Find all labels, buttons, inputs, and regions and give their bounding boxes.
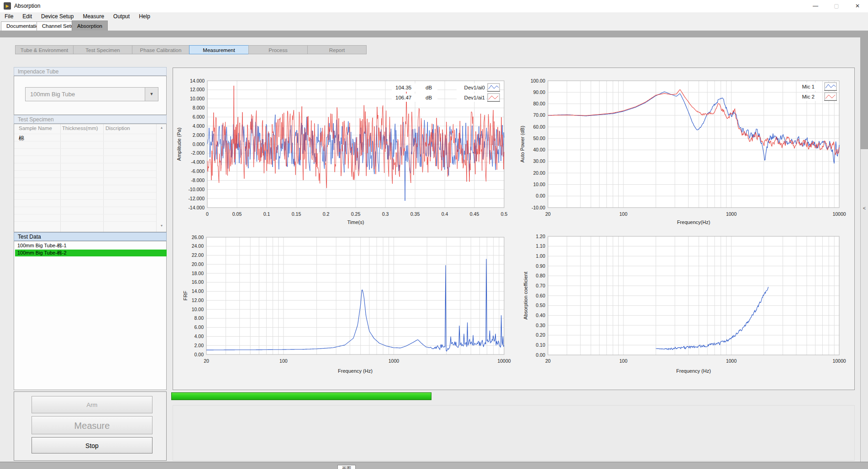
titlebar: ▶ Absorption —▢✕ [0,0,868,13]
collapse-left-icon[interactable]: < [861,205,868,211]
table-row-divider [14,192,156,193]
table-row-divider [14,185,156,185]
table-row-divider [14,141,156,141]
tab-page-band [0,31,868,37]
subtab-report[interactable]: Report [307,45,367,54]
table-row-divider [14,207,156,207]
menubar: FileEditDevice SetupMeasureOutputHelp [0,12,868,21]
column-header-thickness-mm: Thickness(mm) [62,125,98,131]
impedance-tube-header: Impendace Tube [14,67,167,76]
menu-item-output[interactable]: Output [109,12,134,21]
table-row-divider [14,134,156,134]
subtab-tube-environment[interactable]: Tube & Environment [15,45,74,54]
subtab-process[interactable]: Process [248,45,308,54]
right-scroll-strip[interactable] [860,149,868,462]
table-row-divider [14,214,156,214]
menu-item-help[interactable]: Help [134,12,155,21]
tube-dropdown-value: 100mm Big Tube [30,88,75,101]
maximize-button[interactable]: ▢ [826,0,847,12]
scroll-up-icon[interactable]: ▲ [158,126,166,129]
lower-empty-panel [173,405,855,461]
main-tab-bar: DocumentationChannel SetupAbsorption [0,21,868,31]
test-data-header: Test Data [14,232,167,241]
column-header-sample-name: Sample Name [19,125,52,131]
table-row-divider [14,156,156,156]
menu-item-edit[interactable]: Edit [18,12,37,21]
test-specimen-header: Test Specimen [14,115,167,124]
column-header-discription: Discription [105,125,130,131]
test-data-list[interactable]: 100mm Big Tube-棉-1100mm Big Tube-棉-2 [14,241,167,390]
taskbar-item-[interactable]: 画图 [337,465,356,469]
app-icon: ▶ [4,2,11,10]
subtab-test-specimen[interactable]: Test Specimen [73,45,132,54]
auto-power-graph[interactable] [548,81,839,208]
test-specimen-table[interactable]: Sample NameThickness(mm)Discription棉▲▼ [14,124,167,232]
measurement-progress-bar [171,392,431,400]
close-button[interactable]: ✕ [847,0,868,12]
subtab-measurement[interactable]: Measurement [189,45,249,54]
table-row-divider [14,199,156,200]
subtab-phase-calibration[interactable]: Phase Calibration [132,45,189,54]
right-gray-strip [860,31,868,149]
stop-button[interactable]: Stop [32,437,153,453]
dropdown-arrow-icon[interactable]: ▼ [145,88,158,101]
absorption-graph[interactable] [548,236,839,355]
arm-button[interactable]: Arm [32,396,153,413]
menu-item-measure[interactable]: Measure [78,12,109,21]
table-row-divider [14,221,156,222]
test-data-item[interactable]: 100mm Big Tube-棉-1 [15,242,167,249]
table-row-divider [14,163,156,163]
test-data-item[interactable]: 100mm Big Tube-棉-2 [15,250,167,256]
scroll-down-icon[interactable]: ▼ [158,224,166,227]
table-column-divider [156,124,157,232]
window-title: Absorption [14,0,40,12]
frf-graph[interactable] [206,237,504,354]
action-button-panel: ArmMeasureStop [14,391,167,461]
table-row-divider [14,170,156,171]
tube-dropdown[interactable]: 100mm Big Tube ▼ [25,87,158,101]
time-waveform-graph[interactable] [207,81,504,208]
minimize-button[interactable]: — [805,0,826,12]
measure-button[interactable]: Measure [32,416,153,434]
table-column-divider [60,124,61,232]
table-row-divider [14,177,156,178]
menu-item-file[interactable]: File [0,12,18,21]
table-row-divider [14,148,156,149]
menu-item-device-setup[interactable]: Device Setup [37,12,78,21]
os-taskbar: 画图 [0,462,868,469]
table-cell[interactable]: 棉 [19,135,24,142]
tab-absorption[interactable]: Absorption [72,21,108,31]
table-column-divider [103,124,104,232]
